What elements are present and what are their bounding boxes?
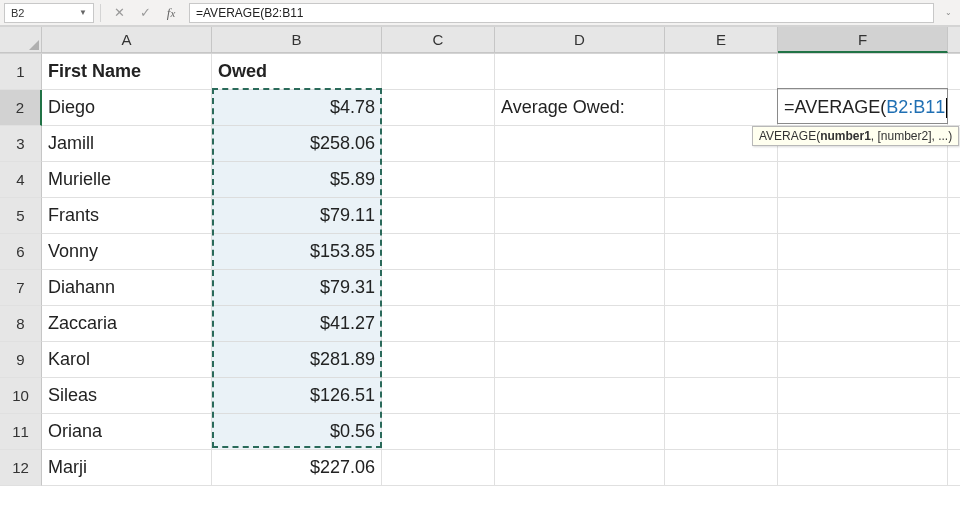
row-head-9[interactable]: 9 [0,342,42,378]
cell-G10[interactable] [948,378,960,414]
cell-G2[interactable] [948,90,960,126]
cell-E11[interactable] [665,414,778,450]
row-head-4[interactable]: 4 [0,162,42,198]
name-box[interactable]: B2 ▼ [4,3,94,23]
cell-G4[interactable] [948,162,960,198]
cell-A7[interactable]: Diahann [42,270,212,306]
cell-G5[interactable] [948,198,960,234]
cell-C3[interactable] [382,126,495,162]
cell-F9[interactable] [778,342,948,378]
cell-F5[interactable] [778,198,948,234]
cell-F6[interactable] [778,234,948,270]
cell-A2[interactable]: Diego [42,90,212,126]
row-head-3[interactable]: 3 [0,126,42,162]
cell-E4[interactable] [665,162,778,198]
cell-B10[interactable]: $126.51 [212,378,382,414]
cell-D8[interactable] [495,306,665,342]
col-head-C[interactable]: C [382,27,495,53]
formula-input[interactable]: =AVERAGE(B2:B11 [189,3,934,23]
cell-E1[interactable] [665,54,778,90]
cell-G6[interactable] [948,234,960,270]
cell-B6[interactable]: $153.85 [212,234,382,270]
select-all-corner[interactable] [0,27,42,53]
cell-A6[interactable]: Vonny [42,234,212,270]
cell-D7[interactable] [495,270,665,306]
cell-G11[interactable] [948,414,960,450]
cell-F10[interactable] [778,378,948,414]
cell-F2[interactable]: =AVERAGE(B2:B11 [778,90,948,126]
cell-E2[interactable] [665,90,778,126]
cell-D9[interactable] [495,342,665,378]
cell-D4[interactable] [495,162,665,198]
cell-F11[interactable] [778,414,948,450]
cell-F12[interactable] [778,450,948,486]
cell-B5[interactable]: $79.11 [212,198,382,234]
row-head-11[interactable]: 11 [0,414,42,450]
cell-C8[interactable] [382,306,495,342]
cell-C4[interactable] [382,162,495,198]
cell-F7[interactable] [778,270,948,306]
row-head-8[interactable]: 8 [0,306,42,342]
cell-C9[interactable] [382,342,495,378]
cell-G12[interactable] [948,450,960,486]
cell-B12[interactable]: $227.06 [212,450,382,486]
cell-C6[interactable] [382,234,495,270]
cell-A12[interactable]: Marji [42,450,212,486]
cell-D12[interactable] [495,450,665,486]
cell-D1[interactable] [495,54,665,90]
cell-D10[interactable] [495,378,665,414]
row-head-12[interactable]: 12 [0,450,42,486]
row-head-7[interactable]: 7 [0,270,42,306]
cell-D6[interactable] [495,234,665,270]
col-head-D[interactable]: D [495,27,665,53]
cell-B11[interactable]: $0.56 [212,414,382,450]
cell-C2[interactable] [382,90,495,126]
cell-D3[interactable] [495,126,665,162]
cell-C1[interactable] [382,54,495,90]
cell-F8[interactable] [778,306,948,342]
col-head-E[interactable]: E [665,27,778,53]
col-head-G[interactable]: G [948,27,960,53]
cell-F1[interactable] [778,54,948,90]
cell-grid[interactable]: 1 First Name Owed 2 Diego $4.78 Average … [0,53,960,486]
cell-A1[interactable]: First Name [42,54,212,90]
cell-B1[interactable]: Owed [212,54,382,90]
cell-G9[interactable] [948,342,960,378]
col-head-A[interactable]: A [42,27,212,53]
cell-A3[interactable]: Jamill [42,126,212,162]
cell-E7[interactable] [665,270,778,306]
cell-E6[interactable] [665,234,778,270]
cell-A10[interactable]: Sileas [42,378,212,414]
cell-A9[interactable]: Karol [42,342,212,378]
cell-E8[interactable] [665,306,778,342]
cell-A5[interactable]: Frants [42,198,212,234]
cell-F4[interactable] [778,162,948,198]
expand-formula-bar-icon[interactable]: ⌄ [940,8,956,17]
cell-G7[interactable] [948,270,960,306]
fx-icon[interactable]: fx [163,5,179,21]
cell-D11[interactable] [495,414,665,450]
row-head-10[interactable]: 10 [0,378,42,414]
row-head-6[interactable]: 6 [0,234,42,270]
cell-B7[interactable]: $79.31 [212,270,382,306]
col-head-F[interactable]: F [778,27,948,53]
cell-B3[interactable]: $258.06 [212,126,382,162]
cell-C7[interactable] [382,270,495,306]
cell-A11[interactable]: Oriana [42,414,212,450]
cell-E5[interactable] [665,198,778,234]
cell-G8[interactable] [948,306,960,342]
cell-G1[interactable] [948,54,960,90]
cell-B2[interactable]: $4.78 [212,90,382,126]
cell-E9[interactable] [665,342,778,378]
cell-C12[interactable] [382,450,495,486]
cancel-icon[interactable]: ✕ [111,5,127,21]
cell-C5[interactable] [382,198,495,234]
row-head-1[interactable]: 1 [0,54,42,90]
col-head-B[interactable]: B [212,27,382,53]
row-head-5[interactable]: 5 [0,198,42,234]
enter-icon[interactable]: ✓ [137,5,153,21]
cell-A8[interactable]: Zaccaria [42,306,212,342]
cell-A4[interactable]: Murielle [42,162,212,198]
cell-C10[interactable] [382,378,495,414]
chevron-down-icon[interactable]: ▼ [79,8,87,17]
